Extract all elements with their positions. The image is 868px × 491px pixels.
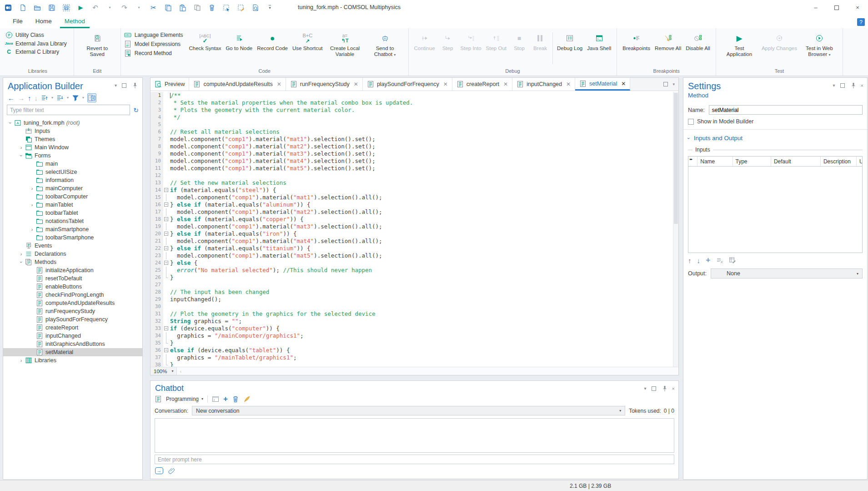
tree-item-maincomputer[interactable]: ›mainComputer: [3, 184, 142, 192]
move-down-icon[interactable]: ↓: [697, 257, 701, 264]
save-icon[interactable]: [47, 3, 56, 12]
filter-dropdown-icon[interactable]: ▾: [82, 96, 84, 100]
ribbon-button-create-local-variable[interactable]: a=↰T Create Local Variable: [325, 29, 365, 57]
tree-item-declarations[interactable]: ›Declarations: [3, 250, 142, 258]
new-file-icon[interactable]: [18, 3, 27, 12]
delete-conversation-icon[interactable]: [232, 395, 239, 403]
panel-pin-icon[interactable]: [850, 82, 857, 89]
code-window-icon[interactable]: [212, 395, 219, 403]
clear-icon[interactable]: [243, 395, 251, 403]
dd-icon[interactable]: ▾: [135, 3, 143, 12]
menu-tab-method[interactable]: Method: [60, 15, 90, 28]
fold-marker[interactable]: −: [163, 216, 170, 223]
panel-collapse-icon[interactable]: ▾: [115, 83, 117, 88]
add-row-icon[interactable]: +: [706, 256, 711, 264]
panel-pin-icon[interactable]: [131, 82, 139, 89]
filter-input[interactable]: [7, 105, 130, 115]
hscroll-left-icon[interactable]: ‹: [177, 369, 181, 374]
editor-tab-playsoundforfrequency[interactable]: playSoundForFrequency✕: [363, 78, 452, 91]
prompt-input[interactable]: [155, 455, 674, 464]
tree-item-tuning-fork-mph[interactable]: ›Atuning_fork.mph(root): [3, 119, 142, 127]
run-icon[interactable]: ▶: [76, 3, 85, 12]
panel-close-icon[interactable]: ×: [672, 386, 675, 391]
filter-icon[interactable]: [72, 94, 79, 101]
tree-expander-icon[interactable]: ›: [18, 153, 25, 158]
collapse-nodes-icon[interactable]: [56, 94, 64, 101]
nav-back-icon[interactable]: ←: [8, 95, 15, 101]
panel-float-icon[interactable]: [650, 385, 657, 392]
tree-expander-icon[interactable]: ›: [18, 259, 25, 265]
move-down-icon[interactable]: ↓: [35, 95, 38, 101]
redo-icon[interactable]: ↷: [120, 3, 129, 12]
fold-marker[interactable]: −: [163, 187, 170, 194]
ribbon-button-record-code[interactable]: ● Record Code: [255, 29, 290, 51]
tree-item-mainsmartphone[interactable]: ›mainSmartphone: [3, 225, 142, 233]
panel-float-icon[interactable]: [120, 82, 128, 89]
delete-icon[interactable]: [207, 3, 216, 12]
undo-icon[interactable]: ↶: [91, 3, 100, 12]
tree-item-main[interactable]: main: [3, 160, 142, 168]
tree-item-initializeapplication[interactable]: initializeApplication: [3, 266, 142, 274]
fold-marker[interactable]: −: [163, 347, 170, 354]
tree-item-inputs[interactable]: Inputs: [3, 127, 142, 135]
tree-item-runfrequencystudy[interactable]: runFrequencyStudy: [3, 307, 142, 315]
toggle-editor-icon[interactable]: [87, 93, 96, 102]
tree-item-toolbartablet[interactable]: toolbarTablet: [3, 209, 142, 217]
ribbon-button-external-java-library[interactable]: Java External Java Library: [5, 40, 67, 47]
expand-nodes-dropdown-icon[interactable]: ▾: [51, 96, 53, 100]
attach-icon[interactable]: [168, 467, 176, 474]
maximize-button[interactable]: [826, 0, 847, 15]
panel-collapse-icon[interactable]: ▾: [644, 386, 647, 391]
fold-marker[interactable]: −: [163, 259, 170, 267]
duplicate-icon[interactable]: [193, 3, 201, 12]
menu-tab-home[interactable]: Home: [31, 15, 56, 28]
tree-expander-icon[interactable]: ›: [18, 145, 25, 150]
select-edit-icon[interactable]: [236, 3, 245, 12]
tree-expander-icon[interactable]: ›: [7, 120, 14, 126]
panel-collapse-icon[interactable]: ▾: [833, 83, 835, 88]
find-doc-icon[interactable]: [251, 3, 260, 12]
fold-marker[interactable]: −: [163, 325, 170, 332]
refresh-icon[interactable]: ↻: [133, 107, 139, 113]
tree-item-resettodefault[interactable]: resetToDefault: [3, 274, 142, 283]
dd-icon[interactable]: ▾: [105, 3, 114, 12]
tree-item-main-window[interactable]: ›Main Window: [3, 143, 142, 152]
inputs-and-output-section[interactable]: › Inputs and Output: [683, 131, 867, 146]
panel-close-icon[interactable]: ×: [861, 83, 863, 88]
show-in-model-builder-checkbox[interactable]: [688, 119, 694, 125]
code-editor[interactable]: 1 /** 2 * Sets the material properties w…: [151, 91, 678, 367]
method-name-input[interactable]: [709, 105, 863, 115]
ribbon-button-utility-class[interactable]: Utility Class: [5, 31, 67, 39]
tree-item-createreport[interactable]: createReport: [3, 324, 142, 332]
copy-icon[interactable]: [164, 3, 172, 12]
overflow-icon[interactable]: ▾: [266, 3, 274, 12]
ribbon-button-check-syntax[interactable]: [ABC]✓ Check Syntax: [186, 29, 223, 51]
edit-table-icon[interactable]: [729, 257, 736, 264]
new-conversation-icon[interactable]: +: [223, 395, 228, 403]
ribbon-button-language-elements[interactable]: ABC Language Elements: [124, 31, 183, 39]
ribbon-button-record-method[interactable]: Record Method: [124, 50, 183, 57]
tree-item-information[interactable]: information: [3, 176, 142, 184]
panel-float-icon[interactable]: [839, 82, 846, 89]
close-tab-icon[interactable]: ✕: [277, 81, 281, 87]
fold-marker[interactable]: −: [163, 245, 170, 252]
move-up-icon[interactable]: ↑: [28, 95, 31, 101]
tree-item-selectuisize[interactable]: selectUISize: [3, 168, 142, 176]
tree-item-maintablet[interactable]: ›mainTablet: [3, 201, 142, 209]
tree-item-playsoundforfrequency[interactable]: playSoundForFrequency: [3, 315, 142, 324]
tree-item-notationstablet[interactable]: notationsTablet: [3, 217, 142, 225]
tree-item-toolbarsmartphone[interactable]: toolbarSmartphone: [3, 233, 142, 242]
save-find-icon[interactable]: [62, 3, 70, 12]
close-tab-icon[interactable]: ✕: [566, 81, 571, 87]
tree-item-enablebuttons[interactable]: enableButtons: [3, 283, 142, 291]
column-header-default[interactable]: Default: [771, 157, 821, 166]
tree-item-libraries[interactable]: ›Libraries: [3, 356, 142, 364]
open-folder-icon[interactable]: [33, 3, 41, 12]
mode-dropdown[interactable]: Programming ▾: [166, 396, 203, 402]
editor-zoom-control[interactable]: 100% ▾: [151, 367, 177, 375]
fold-marker[interactable]: −: [163, 201, 170, 208]
ribbon-button-breakpoints[interactable]: Breakpoints: [620, 29, 652, 51]
close-tab-icon[interactable]: ✕: [354, 81, 358, 87]
delete-row-icon[interactable]: [716, 257, 723, 264]
close-tab-icon[interactable]: ✕: [503, 81, 508, 87]
